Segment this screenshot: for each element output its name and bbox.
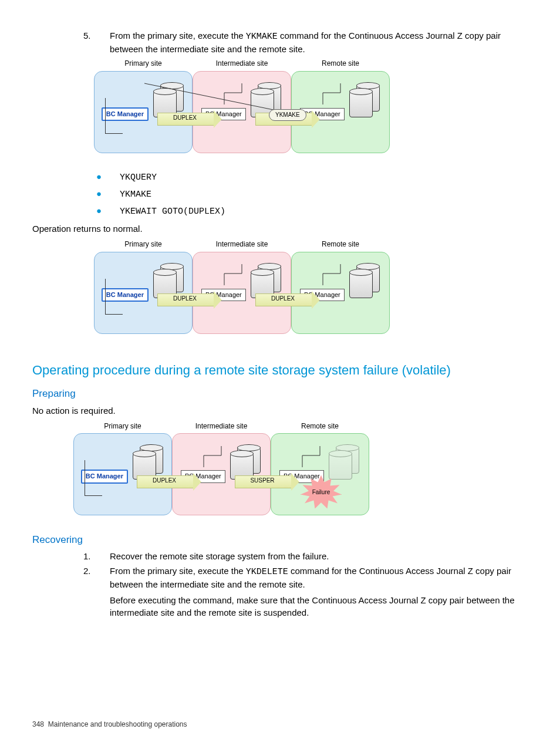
recover-step-2-para2: Before executing the command, make sure … <box>110 594 528 619</box>
d3-remote-disks <box>326 447 360 478</box>
step-5-text-a: From the primary site, execute the <box>110 31 246 40</box>
step-5: 5. From the primary site, execute the YK… <box>70 29 528 55</box>
recover-step-1: 1. Recover the remote site storage syste… <box>70 550 528 562</box>
bullet-3: YKEWAIT GOTO(DUPLEX) <box>120 205 225 218</box>
recovering-heading: Recovering <box>32 533 528 547</box>
d1-primary-bc: BC Manager <box>102 107 149 121</box>
recover-step-2: 2. From the primary site, execute the YK… <box>70 565 528 623</box>
d3-failure-text: Failure <box>312 488 330 497</box>
return-normal-text: Operation returns to normal. <box>32 222 528 235</box>
d2-intermediate-box: BC Manager <box>193 252 291 334</box>
d2-arrow-1-text: DUPLEX <box>167 295 203 303</box>
page-footer: 348 Maintenance and troubleshooting oper… <box>32 720 187 730</box>
d3-arrow-1-text: DUPLEX <box>147 477 182 485</box>
d2-intermediate-disks <box>248 265 282 297</box>
recover-step-2-a: From the primary site, execute the <box>110 566 246 576</box>
bullet-1: YKQUERY <box>120 171 157 184</box>
d3-primary-disks <box>130 447 164 478</box>
recover-step-2-body: From the primary site, execute the YKDEL… <box>107 565 528 623</box>
bullet-2: YKMAKE <box>120 188 151 201</box>
d1-remote-label: Remote site <box>291 59 390 69</box>
d2-primary-box: BC Manager <box>94 252 193 334</box>
d2-primary-bc: BC Manager <box>102 288 149 302</box>
d1-primary-box: BC Manager <box>94 71 193 153</box>
diagram-2: Primary site BC Manager Intermediate sit… <box>94 239 399 345</box>
d3-intermediate-box: BC Manager <box>172 433 271 515</box>
d3-primary-label: Primary site <box>73 421 172 431</box>
d2-primary-disks <box>151 265 185 297</box>
diagram-1: Primary site BC Manager Intermediate sit… <box>94 59 399 164</box>
recover-step-1-num: 1. <box>70 550 107 562</box>
bullet-dot: ● <box>94 187 120 200</box>
step-5-cmd: YKMAKE <box>246 32 278 42</box>
recover-step-1-body: Recover the remote site storage system f… <box>107 550 528 562</box>
d1-primary-disks <box>151 85 185 116</box>
d1-remote-box: BC Manager <box>291 71 390 153</box>
d1-intermediate-label: Intermediate site <box>193 59 291 69</box>
d1-primary-label: Primary site <box>94 59 193 69</box>
footer-title: Maintenance and troubleshooting operatio… <box>48 720 187 728</box>
d3-primary-box: BC Manager <box>73 433 172 515</box>
preparing-text: No action is required. <box>32 404 528 417</box>
d1-ykmake-bubble: YKMAKE <box>269 109 306 121</box>
bullet-dot: ● <box>94 170 120 183</box>
d2-intermediate-label: Intermediate site <box>193 239 291 249</box>
d2-remote-disks <box>347 265 381 297</box>
recover-step-2-num: 2. <box>70 565 107 623</box>
page-number: 348 <box>32 720 44 728</box>
d3-failure-star: Failure <box>301 475 342 510</box>
bullet-list: ●YKQUERY ●YKMAKE ●YKEWAIT GOTO(DUPLEX) <box>94 170 528 218</box>
d1-remote-disks <box>347 85 381 116</box>
d3-intermediate-disks <box>228 447 262 478</box>
d1-arrow-1-text: DUPLEX <box>167 114 203 122</box>
step-5-body: From the primary site, execute the YKMAK… <box>107 29 528 55</box>
diagram-3: Primary site BC Manager Intermediate sit… <box>73 421 379 527</box>
d2-remote-box: BC Manager <box>291 252 390 334</box>
d3-arrow-2-text: SUSPER <box>245 477 280 485</box>
d2-arrow-2-text: DUPLEX <box>265 295 301 303</box>
recover-step-2-cmd: YKDELETE <box>246 567 288 577</box>
section-heading: Operating procedure during a remote site… <box>32 362 528 380</box>
d3-primary-bc: BC Manager <box>81 470 128 483</box>
d2-primary-label: Primary site <box>94 239 193 249</box>
step-5-number: 5. <box>70 29 107 55</box>
d3-remote-box: BC Manager Failure <box>271 433 369 515</box>
d3-remote-label: Remote site <box>271 421 369 431</box>
bullet-dot: ● <box>94 204 120 217</box>
d3-intermediate-label: Intermediate site <box>172 421 271 431</box>
d2-remote-label: Remote site <box>291 239 390 249</box>
preparing-heading: Preparing <box>32 387 528 401</box>
